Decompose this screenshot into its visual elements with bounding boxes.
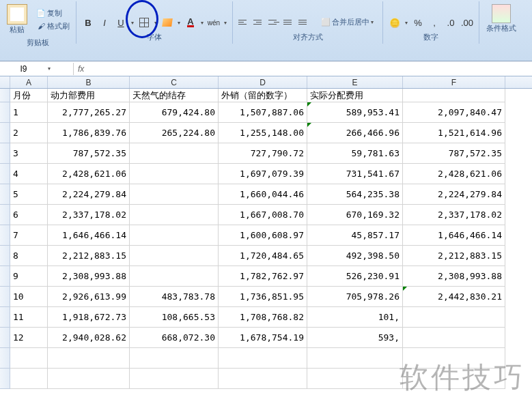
- cell[interactable]: 2,337,178.02: [48, 205, 130, 225]
- cell[interactable]: 787,572.35: [403, 143, 505, 164]
- cell[interactable]: 2,337,178.02: [403, 205, 505, 225]
- cell[interactable]: 101,: [307, 307, 403, 328]
- cell[interactable]: [130, 225, 219, 246]
- borders-dropdown[interactable]: ▾: [153, 15, 158, 30]
- cell[interactable]: 564,235.38: [307, 184, 403, 205]
- cell[interactable]: [403, 328, 505, 348]
- cell[interactable]: 1,708,768.82: [219, 307, 307, 328]
- col-header-C[interactable]: C: [130, 76, 219, 88]
- fill-color-button[interactable]: [160, 15, 175, 30]
- bold-button[interactable]: B: [81, 15, 96, 30]
- cell[interactable]: 2,224,279.84: [403, 184, 505, 205]
- cell[interactable]: [403, 369, 505, 389]
- copy-button[interactable]: 📄 复制: [34, 8, 72, 19]
- cell[interactable]: 668,072.30: [130, 328, 219, 348]
- cell[interactable]: [130, 348, 219, 369]
- cell[interactable]: 2,940,028.62: [48, 328, 130, 348]
- header-cell[interactable]: [403, 89, 505, 102]
- cell[interactable]: 12: [10, 328, 48, 348]
- col-header-A[interactable]: A: [10, 76, 48, 88]
- cell[interactable]: 589,953.41: [307, 102, 403, 123]
- cell[interactable]: 1: [10, 102, 48, 123]
- cell[interactable]: 2,442,830.21: [403, 287, 505, 307]
- cell[interactable]: 1,660,044.46: [219, 184, 307, 205]
- font-color-dropdown[interactable]: ▾: [199, 15, 205, 30]
- row-header[interactable]: [0, 328, 10, 348]
- comma-button[interactable]: ,: [427, 15, 442, 30]
- paste-button[interactable]: 粘贴: [4, 3, 30, 36]
- cell[interactable]: 5: [10, 184, 48, 205]
- cell[interactable]: [307, 348, 403, 369]
- cell[interactable]: 2: [10, 123, 48, 143]
- cell[interactable]: 2,212,883.15: [48, 246, 130, 266]
- cell[interactable]: [403, 307, 505, 328]
- row-header[interactable]: [0, 369, 10, 389]
- cell[interactable]: [130, 266, 219, 287]
- cell[interactable]: [307, 369, 403, 389]
- cell[interactable]: 1,646,466.14: [48, 225, 130, 246]
- cell[interactable]: [219, 348, 307, 369]
- merge-center-button[interactable]: ⬜ 合并后居中 ▾: [319, 16, 378, 28]
- header-cell[interactable]: 实际分配费用: [307, 89, 403, 102]
- cell[interactable]: 705,978.26: [307, 287, 403, 307]
- dec-decimal-button[interactable]: .00: [460, 15, 475, 30]
- row-header[interactable]: [0, 287, 10, 307]
- cell[interactable]: 492,398.50: [307, 246, 403, 266]
- cell[interactable]: 10: [10, 287, 48, 307]
- cell[interactable]: 1,736,851.95: [219, 287, 307, 307]
- underline-button[interactable]: U: [113, 15, 128, 30]
- cell[interactable]: 1,255,148.00: [219, 123, 307, 143]
- cell[interactable]: 9: [10, 266, 48, 287]
- header-cell[interactable]: 动力部费用: [48, 89, 130, 102]
- select-all-corner[interactable]: [0, 76, 10, 88]
- cell[interactable]: 2,428,621.06: [48, 164, 130, 184]
- row-header[interactable]: [0, 225, 10, 246]
- cond-format-button[interactable]: 条件格式: [484, 3, 519, 35]
- indent-inc-button[interactable]: [297, 15, 311, 29]
- row-header[interactable]: [0, 307, 10, 328]
- row-header[interactable]: [0, 89, 10, 102]
- borders-button[interactable]: [137, 15, 152, 30]
- cell[interactable]: 526,230.91: [307, 266, 403, 287]
- col-header-F[interactable]: F: [403, 76, 505, 88]
- cell[interactable]: 59,781.63: [307, 143, 403, 164]
- align-left-button[interactable]: [237, 15, 251, 29]
- format-painter-button[interactable]: 🖌 格式刷: [34, 20, 72, 32]
- cell[interactable]: 1,646,466.14: [403, 225, 505, 246]
- cell[interactable]: [48, 348, 130, 369]
- font-color-button[interactable]: A: [183, 15, 198, 30]
- cell[interactable]: [130, 246, 219, 266]
- header-cell[interactable]: 外销（留的数字）: [219, 89, 307, 102]
- col-header-E[interactable]: E: [307, 76, 403, 88]
- currency-button[interactable]: 🪙: [387, 15, 402, 30]
- col-header-B[interactable]: B: [48, 76, 130, 88]
- indent-dec-button[interactable]: [282, 15, 296, 29]
- cell[interactable]: 7: [10, 225, 48, 246]
- cell[interactable]: [130, 143, 219, 164]
- header-cell[interactable]: 天然气的结存: [130, 89, 219, 102]
- cell[interactable]: 2,308,993.88: [48, 266, 130, 287]
- italic-button[interactable]: I: [97, 15, 112, 30]
- row-header[interactable]: [0, 348, 10, 369]
- cell[interactable]: 2,428,621.06: [403, 164, 505, 184]
- cell[interactable]: 2,777,265.27: [48, 102, 130, 123]
- cell[interactable]: 483,783.78: [130, 287, 219, 307]
- name-box[interactable]: I9▾: [0, 63, 74, 75]
- cell[interactable]: [10, 369, 48, 389]
- cell[interactable]: 727,790.72: [219, 143, 307, 164]
- cell[interactable]: [48, 369, 130, 389]
- cell[interactable]: 266,466.96: [307, 123, 403, 143]
- phonetic-dropdown[interactable]: ▾: [223, 15, 228, 30]
- row-header[interactable]: [0, 205, 10, 225]
- cell[interactable]: 1,600,608.97: [219, 225, 307, 246]
- fill-dropdown[interactable]: ▾: [176, 15, 182, 30]
- cell[interactable]: 2,224,279.84: [48, 184, 130, 205]
- cell[interactable]: 8: [10, 246, 48, 266]
- cell[interactable]: 11: [10, 307, 48, 328]
- cell[interactable]: 2,212,883.15: [403, 246, 505, 266]
- row-header[interactable]: [0, 246, 10, 266]
- cell[interactable]: 1,720,484.65: [219, 246, 307, 266]
- col-header-D[interactable]: D: [219, 76, 307, 88]
- cell[interactable]: [130, 164, 219, 184]
- cell[interactable]: [219, 369, 307, 389]
